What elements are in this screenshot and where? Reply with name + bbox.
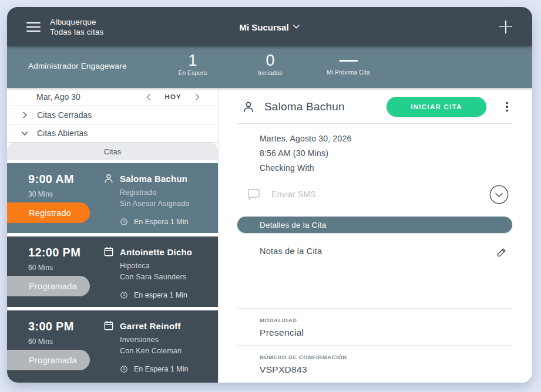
appointment-wait-time: En espera 1 Min	[134, 291, 187, 299]
clock-icon	[120, 218, 128, 226]
next-day-button[interactable]	[191, 90, 204, 103]
appointment-duration: 60 Mins	[28, 337, 103, 346]
appointment-card-garret-reinoff[interactable]: 3:00 PM 60 Mins Programada Garret Reinof…	[7, 310, 218, 383]
hamburger-menu-icon[interactable]	[26, 19, 41, 35]
field-confirmation-number: NÚMERO DE CONFIRMACIÓN VSPXD843	[237, 346, 512, 383]
top-header: Albuquerque Todas las citas Mi Sucursal	[7, 7, 532, 46]
appointment-client-name: Garret Reinoff	[120, 321, 181, 331]
send-sms-row: Enviar SMS	[246, 184, 512, 204]
appointments-sidebar: Mar, Ago 30 HOY Citas Cerradas Citas Abi…	[7, 88, 219, 383]
detail-date: Martes, Agosto 30, 2026	[260, 131, 512, 146]
stat-waiting-label: En Espera	[179, 70, 207, 76]
current-date-label: Mar, Ago 30	[36, 92, 142, 102]
appointments-list-header: Citas	[7, 143, 218, 160]
section-open-appointments[interactable]: Citas Abiertas	[7, 124, 218, 143]
date-navigation: Mar, Ago 30 HOY	[7, 88, 218, 106]
add-appointment-button[interactable]	[498, 19, 513, 35]
appointment-time: 12:00 PM	[28, 246, 103, 259]
person-icon	[103, 173, 115, 184]
stat-next-appointment-label: Mi Próxima Cita	[327, 69, 370, 76]
appointment-duration: 30 Mins	[28, 190, 103, 198]
calendar-icon	[103, 246, 115, 258]
appointment-detail-line: Con Ken Coleman	[120, 347, 212, 355]
field-modality-value: Presencial	[260, 327, 512, 338]
chevron-left-icon	[146, 93, 151, 101]
appointment-detail-panel: Saloma Bachun INICIAR CITA Martes, Agost…	[219, 88, 532, 383]
appointment-duration: 60 Mins	[28, 263, 103, 272]
previous-day-button[interactable]	[142, 90, 155, 103]
appointment-when-block: Martes, Agosto 30, 2026 8:56 AM (30 Mins…	[260, 131, 512, 175]
send-sms-label[interactable]: Enviar SMS	[271, 190, 316, 199]
section-open-label: Citas Abiertas	[37, 129, 88, 138]
detail-time: 8:56 AM (30 Mins)	[260, 146, 512, 161]
appointment-client-name: Antoinette Dicho	[120, 247, 192, 257]
stat-started-value: 0	[258, 52, 282, 69]
stat-waiting-value: 1	[179, 52, 207, 69]
stat-started-label: Iniciadas	[258, 70, 282, 76]
app-window: Albuquerque Todas las citas Mi Sucursal …	[7, 7, 532, 383]
location-title: Albuquerque	[50, 17, 104, 27]
branch-selector[interactable]: Mi Sucursal	[239, 22, 300, 32]
status-badge-scheduled: Programada	[7, 350, 90, 370]
status-badge-scheduled: Programada	[7, 276, 90, 296]
appointment-time: 3:00 PM	[28, 320, 103, 333]
appointment-time: 9:00 AM	[28, 173, 103, 186]
field-modality: MODALIDAD Presencial	[237, 309, 512, 346]
appointment-card-saloma-bachun[interactable]: 9:00 AM 30 Mins Registrado Saloma Bachun…	[7, 163, 218, 233]
kebab-menu-icon[interactable]	[502, 99, 512, 114]
page-title: Albuquerque Todas las citas	[50, 17, 104, 37]
appointment-detail-line: Hipoteca	[120, 262, 212, 270]
section-closed-label: Citas Cerradas	[37, 110, 92, 120]
field-confirmation-value: VSPXD843	[260, 364, 512, 375]
appointment-detail-line: Inversiones	[120, 336, 212, 344]
chevron-right-icon	[195, 93, 200, 101]
clock-icon	[120, 291, 128, 299]
start-appointment-button[interactable]: INICIAR CITA	[387, 97, 486, 117]
next-appointment-dash	[339, 60, 358, 62]
status-bar: Administrador Engageware 1 En Espera 0 I…	[7, 46, 532, 88]
stat-next-appointment: Mi Próxima Cita	[327, 52, 370, 76]
view-subtitle: Todas las citas	[50, 27, 104, 37]
current-user-label: Administrador Engageware	[28, 62, 127, 70]
appointment-wait-time: En Espera 1 Min	[134, 365, 188, 373]
field-modality-label: MODALIDAD	[260, 317, 512, 323]
notes-section: Notas de la Cita	[260, 246, 512, 258]
expand-chevron-button[interactable]	[489, 185, 509, 204]
detail-checking-with: Checking With	[260, 161, 512, 175]
appointment-wait-time: En Espera 1 Min	[134, 218, 188, 226]
appointment-details-bar-label: Detalles de la Cita	[260, 221, 326, 229]
notes-label: Notas de la Cita	[260, 246, 322, 256]
section-closed-appointments[interactable]: Citas Cerradas	[7, 106, 218, 124]
today-button[interactable]: HOY	[164, 93, 182, 100]
appointment-detail-line: Sin Asesor Asignado	[120, 200, 212, 208]
appointment-details-bar[interactable]: Detalles de la Cita	[237, 217, 512, 233]
chevron-down-icon	[20, 129, 29, 138]
divider	[237, 123, 512, 124]
edit-pencil-icon[interactable]	[496, 246, 508, 258]
clock-icon	[120, 365, 128, 373]
field-confirmation-label: NÚMERO DE CONFIRMACIÓN	[260, 354, 512, 360]
appointment-detail-line: Con Sara Saunders	[120, 273, 212, 281]
calendar-icon	[103, 320, 115, 332]
person-icon	[241, 100, 256, 114]
appointment-card-antoinette-dicho[interactable]: 12:00 PM 60 Mins Programada Antoinette D…	[7, 236, 218, 307]
appointment-detail-line: Registrado	[120, 188, 212, 197]
chevron-down-icon	[293, 25, 300, 29]
detail-client-name: Saloma Bachun	[264, 100, 345, 113]
stat-started: 0 Iniciadas	[258, 52, 282, 76]
chevron-right-icon	[20, 110, 29, 120]
stat-waiting: 1 En Espera	[179, 52, 207, 76]
status-badge-registered: Registrado	[7, 202, 90, 223]
appointment-client-name: Saloma Bachun	[120, 174, 187, 184]
sms-bubble-icon[interactable]	[246, 187, 261, 202]
branch-selector-label: Mi Sucursal	[239, 22, 288, 32]
